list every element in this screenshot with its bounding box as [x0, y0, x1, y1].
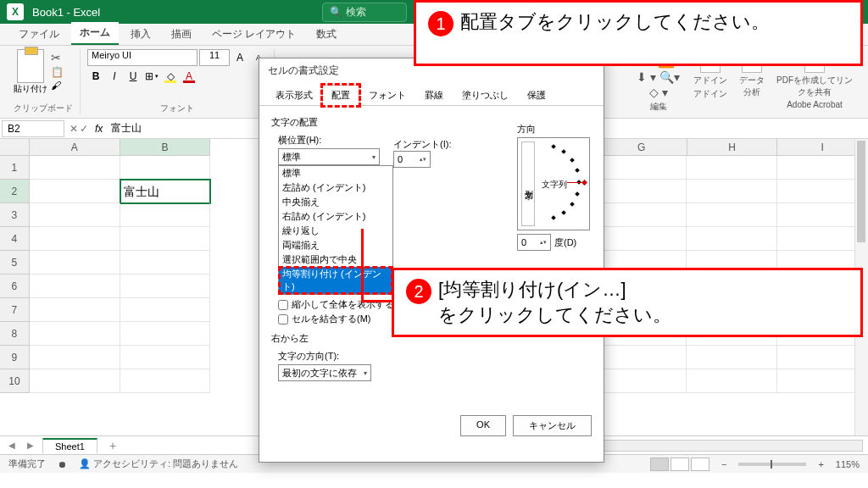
opt-right[interactable]: 右詰め (インデント)	[279, 209, 392, 224]
dialog-tab-border[interactable]: 罫線	[415, 85, 453, 106]
view-pagebreak-icon[interactable]	[691, 458, 709, 471]
tab-insert[interactable]: 挿入	[122, 24, 159, 45]
cell[interactable]: 富士山	[120, 180, 211, 203]
row-header[interactable]: 10	[0, 369, 30, 393]
cell[interactable]	[30, 156, 120, 180]
sheet-tab-sheet1[interactable]: Sheet1	[42, 438, 97, 453]
cut-icon[interactable]: ✂	[51, 51, 64, 64]
col-header-b[interactable]: B	[120, 139, 211, 156]
row-header[interactable]: 9	[0, 346, 30, 369]
row-header[interactable]: 8	[0, 322, 30, 346]
add-sheet-button[interactable]: +	[103, 439, 123, 452]
cell[interactable]	[30, 251, 120, 274]
cell[interactable]	[30, 346, 120, 369]
row-header[interactable]: 7	[0, 298, 30, 322]
cell[interactable]	[120, 298, 211, 322]
cell[interactable]	[120, 369, 211, 393]
cell[interactable]	[687, 369, 777, 393]
zoom-out-icon[interactable]: −	[721, 459, 726, 469]
cell[interactable]	[30, 227, 120, 251]
record-macro-icon[interactable]: ⏺	[58, 459, 67, 469]
cell[interactable]	[597, 369, 687, 393]
dialog-tab-alignment[interactable]: 配置	[322, 85, 359, 106]
cell[interactable]	[597, 203, 687, 227]
font-size-select[interactable]: 11	[199, 49, 230, 66]
copy-icon[interactable]: 📋	[51, 66, 64, 78]
degree-spinner[interactable]: 0	[517, 234, 551, 251]
cell[interactable]	[687, 156, 777, 180]
cell[interactable]	[687, 227, 777, 251]
sheet-nav-next[interactable]: ▶	[24, 441, 37, 450]
zoom-in-icon[interactable]: +	[818, 459, 823, 469]
cell[interactable]	[30, 203, 120, 227]
cell[interactable]	[120, 274, 211, 298]
orientation-vertical[interactable]: 文字列	[521, 141, 535, 226]
cell[interactable]	[597, 227, 687, 251]
cancel-formula-icon[interactable]: ✕	[70, 123, 78, 135]
view-pagelayout-icon[interactable]	[670, 458, 689, 471]
dialog-tab-protection[interactable]: 保護	[518, 85, 555, 106]
opt-center[interactable]: 中央揃え	[279, 195, 392, 209]
cell[interactable]	[687, 180, 777, 203]
increase-font-icon[interactable]: A	[231, 49, 248, 66]
opt-justify[interactable]: 両端揃え	[279, 238, 392, 252]
opt-left[interactable]: 左詰め (インデント)	[279, 180, 392, 195]
tab-file[interactable]: ファイル	[10, 24, 68, 45]
font-name-select[interactable]: Meiryo UI	[87, 49, 198, 66]
accept-formula-icon[interactable]: ✓	[80, 123, 88, 135]
horizontal-combo[interactable]: 標準	[278, 148, 380, 165]
cell[interactable]	[30, 274, 120, 298]
text-direction-combo[interactable]: 最初の文字に依存	[278, 364, 371, 381]
row-header[interactable]: 1	[0, 156, 30, 180]
cell[interactable]	[120, 322, 211, 346]
row-header[interactable]: 5	[0, 251, 30, 274]
opt-repeat[interactable]: 繰り返し	[279, 224, 392, 238]
col-header-g[interactable]: G	[597, 139, 687, 156]
zoom-slider[interactable]	[738, 463, 806, 466]
dialog-tab-number[interactable]: 表示形式	[266, 85, 322, 106]
bold-button[interactable]: B	[87, 68, 104, 85]
tab-pagelayout[interactable]: ページ レイアウト	[203, 24, 304, 45]
select-all-corner[interactable]	[0, 139, 30, 156]
format-painter-icon[interactable]: 🖌	[51, 80, 64, 92]
row-header[interactable]: 3	[0, 203, 30, 227]
dialog-tab-font[interactable]: フォント	[359, 85, 415, 106]
ok-button[interactable]: OK	[460, 415, 506, 436]
fill-color-button[interactable]: ◇	[162, 68, 179, 85]
cell[interactable]	[687, 346, 777, 369]
dialog-tab-fill[interactable]: 塗りつぶし	[453, 85, 518, 106]
tab-home[interactable]: ホーム	[71, 22, 119, 45]
name-box[interactable]: B2	[2, 120, 64, 137]
cell[interactable]	[120, 227, 211, 251]
cell[interactable]	[597, 346, 687, 369]
cancel-button[interactable]: キャンセル	[513, 415, 592, 436]
merge-checkbox[interactable]	[278, 314, 288, 324]
tab-draw[interactable]: 描画	[163, 24, 200, 45]
cell[interactable]	[597, 180, 687, 203]
tab-formulas[interactable]: 数式	[308, 24, 345, 45]
accessibility-status[interactable]: 👤 アクセシビリティ: 問題ありません	[79, 458, 238, 470]
zoom-level[interactable]: 115%	[836, 459, 860, 469]
opt-standard[interactable]: 標準	[279, 166, 392, 180]
cell[interactable]	[687, 203, 777, 227]
sheet-nav-prev[interactable]: ◀	[5, 441, 19, 450]
row-header[interactable]: 2	[0, 180, 30, 203]
cell[interactable]	[120, 203, 211, 227]
search-input[interactable]: 🔍 検索	[322, 3, 407, 22]
orientation-dial[interactable]: 文字列 文字列	[517, 137, 590, 230]
cell[interactable]	[120, 346, 211, 369]
shrink-checkbox[interactable]	[278, 300, 288, 310]
underline-button[interactable]: U	[125, 68, 142, 85]
cell[interactable]	[120, 156, 211, 180]
border-button[interactable]: ⊞	[143, 68, 160, 85]
opt-distributed[interactable]: 均等割り付け (インデント)	[279, 267, 392, 294]
horizontal-options-list[interactable]: 標準 左詰め (インデント) 中央揃え 右詰め (インデント) 繰り返し 両端揃…	[278, 165, 393, 295]
cell[interactable]	[120, 251, 211, 274]
opt-center-selection[interactable]: 選択範囲内で中央	[279, 252, 392, 267]
indent-spinner[interactable]: 0	[393, 151, 431, 168]
cell[interactable]	[30, 298, 120, 322]
cell[interactable]	[30, 369, 120, 393]
paste-icon[interactable]	[17, 49, 44, 83]
view-normal-icon[interactable]	[650, 458, 669, 471]
fx-icon[interactable]: fx	[92, 123, 106, 135]
